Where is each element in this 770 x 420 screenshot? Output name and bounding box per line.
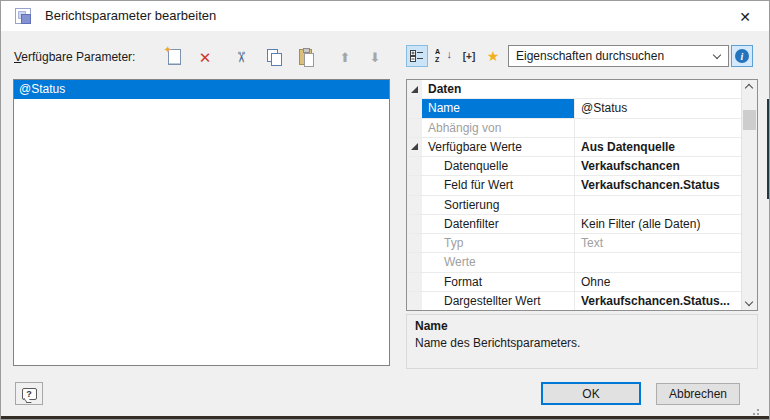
property-label: Verfügbare Werte: [422, 138, 574, 156]
row-margin: [407, 273, 422, 291]
arrow-up-icon: ⬆: [340, 51, 351, 64]
property-grid-rows: DatenName@StatusAbhängig vonVerfügbare W…: [407, 80, 741, 310]
chevron-down-icon[interactable]: [713, 51, 721, 59]
cancel-button[interactable]: Abbrechen: [656, 383, 740, 405]
row-margin: [407, 176, 422, 194]
star-icon: ★: [487, 49, 500, 63]
property-value[interactable]: [574, 196, 741, 214]
categorized-view-button[interactable]: [406, 45, 428, 67]
scroll-up-icon[interactable]: [745, 84, 753, 92]
property-label: Daten: [422, 80, 741, 98]
scissors-icon: ✂: [233, 51, 248, 64]
property-value[interactable]: Verkaufschancen: [574, 157, 741, 175]
help-button[interactable]: ?: [15, 382, 43, 405]
search-properties-value: Eigenschaften durchsuchen: [516, 49, 664, 63]
property-row[interactable]: Feld für WertVerkaufschancen.Status: [407, 176, 741, 195]
property-value[interactable]: [574, 119, 741, 137]
delete-icon: ✕: [199, 50, 212, 65]
new-parameter-button[interactable]: ✦: [162, 45, 186, 69]
expand-all-icon: [+]: [463, 51, 476, 62]
scrollbar[interactable]: [741, 80, 757, 310]
row-margin: [407, 196, 422, 214]
expand-arrow-icon[interactable]: [411, 143, 418, 150]
sort-alphabetical-button[interactable]: AZ ↓: [432, 45, 454, 67]
list-item[interactable]: @Status: [14, 80, 389, 99]
property-value[interactable]: Text: [574, 234, 741, 252]
ok-button[interactable]: OK: [541, 382, 641, 405]
available-parameters-label: Verfügbare Parameter:: [14, 50, 135, 64]
property-label: Format: [422, 273, 574, 291]
screen-edge-bottom: [1, 416, 769, 419]
property-label: Feld für Wert: [422, 176, 574, 194]
property-description-panel: Name Name des Berichtsparameters.: [406, 314, 758, 369]
property-row[interactable]: FormatOhne: [407, 273, 741, 292]
edit-report-parameters-dialog: Berichtsparameter bearbeiten ✕ Verfügbar…: [0, 0, 770, 420]
new-document-icon: ✦: [168, 49, 181, 65]
description-title: Name: [415, 319, 749, 333]
description-text: Name des Berichtsparameters.: [415, 336, 749, 350]
titlebar: Berichtsparameter bearbeiten ✕: [1, 1, 769, 31]
property-label: Datenquelle: [422, 157, 574, 175]
move-up-button[interactable]: ⬆: [333, 45, 357, 69]
info-icon: i: [735, 49, 749, 63]
row-margin: [407, 157, 422, 175]
property-label: Dargestellter Wert: [422, 292, 574, 310]
property-row[interactable]: Sortierung: [407, 196, 741, 215]
property-row[interactable]: Werte: [407, 253, 741, 272]
categorized-icon: [410, 49, 424, 63]
property-label: Werte: [422, 253, 574, 271]
copy-icon: [267, 49, 282, 65]
property-value[interactable]: Verkaufschancen.Status: [574, 176, 741, 194]
dialog-icon: [15, 8, 31, 24]
property-row[interactable]: Verfügbare WerteAus Datenquelle: [407, 138, 741, 157]
info-button[interactable]: i: [731, 45, 753, 67]
property-value[interactable]: Aus Datenquelle: [574, 138, 741, 156]
move-down-button[interactable]: ⬇: [363, 45, 387, 69]
property-value[interactable]: Kein Filter (alle Daten): [574, 215, 741, 233]
cut-button[interactable]: ✂: [229, 45, 253, 69]
property-row[interactable]: DatenfilterKein Filter (alle Daten): [407, 215, 741, 234]
expand-arrow-icon[interactable]: [411, 86, 418, 93]
paste-button[interactable]: [293, 45, 317, 69]
screen-edge-right: [767, 99, 769, 199]
favorites-button[interactable]: ★: [482, 45, 504, 67]
expand-all-button[interactable]: [+]: [456, 45, 482, 67]
property-value[interactable]: [574, 253, 741, 271]
property-row[interactable]: TypText: [407, 234, 741, 253]
arrow-down-icon: ⬇: [370, 51, 381, 64]
close-icon[interactable]: ✕: [729, 6, 761, 27]
property-label: Typ: [422, 234, 574, 252]
property-row[interactable]: Abhängig von: [407, 119, 741, 138]
sort-az-icon: AZ ↓: [435, 48, 451, 64]
property-row[interactable]: DatenquelleVerkaufschancen: [407, 157, 741, 176]
property-label: Name: [422, 99, 574, 117]
row-margin: [407, 80, 422, 98]
row-margin: [407, 138, 422, 156]
row-margin: [407, 292, 422, 310]
row-margin: [407, 215, 422, 233]
row-margin: [407, 99, 422, 117]
copy-button[interactable]: [262, 45, 286, 69]
property-row[interactable]: Dargestellter WertVerkaufschancen.Status…: [407, 292, 741, 310]
parameter-list[interactable]: @Status: [13, 79, 390, 366]
property-value[interactable]: Ohne: [574, 273, 741, 291]
clipboard-icon: [299, 49, 312, 65]
property-row[interactable]: Name@Status: [407, 99, 741, 118]
row-margin: [407, 253, 422, 271]
scrollbar-thumb[interactable]: [743, 110, 756, 130]
resize-grip[interactable]: [757, 409, 759, 411]
property-label: Datenfilter: [422, 215, 574, 233]
property-value[interactable]: Verkaufschancen.Status...: [574, 292, 741, 310]
property-value[interactable]: @Status: [574, 99, 741, 117]
scroll-down-icon[interactable]: [745, 298, 753, 306]
property-grid: DatenName@StatusAbhängig vonVerfügbare W…: [406, 79, 758, 311]
property-label: Abhängig von: [422, 119, 574, 137]
search-properties-combobox[interactable]: Eigenschaften durchsuchen: [508, 45, 729, 67]
dialog-title: Berichtsparameter bearbeiten: [45, 8, 216, 23]
row-margin: [407, 119, 422, 137]
row-margin: [407, 234, 422, 252]
property-label: Sortierung: [422, 196, 574, 214]
property-category-row[interactable]: Daten: [407, 80, 741, 99]
delete-parameter-button[interactable]: ✕: [193, 45, 217, 69]
help-icon: ?: [22, 388, 37, 400]
